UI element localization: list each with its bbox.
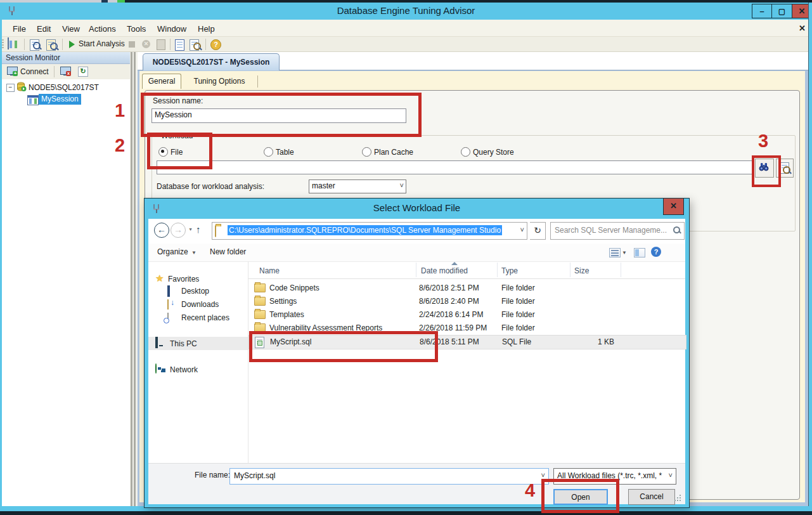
toolbar-grip: [2, 39, 4, 49]
menu-window[interactable]: Window: [153, 23, 190, 35]
sidebar-item-this-pc[interactable]: This PC: [170, 339, 197, 348]
column-date-modified[interactable]: Date modified: [421, 266, 468, 275]
column-type[interactable]: Type: [501, 266, 518, 275]
file-row[interactable]: Code Snippets 8/6/2018 2:51 PM File fold…: [248, 282, 685, 295]
menu-view[interactable]: View: [58, 23, 84, 35]
file-size: 1 KB: [575, 337, 614, 346]
tree-server-node[interactable]: NODE5\SQL2017ST: [29, 83, 99, 92]
radio-query-store[interactable]: [461, 147, 470, 157]
column-size[interactable]: Size: [574, 266, 589, 275]
menu-help[interactable]: Help: [194, 23, 219, 35]
toolbar-separator: [205, 39, 206, 50]
list-view-icon[interactable]: [609, 248, 621, 258]
toolbar-separator: [54, 66, 55, 77]
column-divider: [570, 263, 570, 277]
resize-grip[interactable]: [674, 494, 681, 502]
cancel-button[interactable]: Cancel: [628, 489, 675, 505]
column-divider: [416, 263, 416, 277]
collapse-icon[interactable]: [6, 84, 15, 92]
search-icon: [673, 226, 680, 233]
file-date: 8/6/2018 2:40 PM: [419, 297, 479, 306]
session-icon: [27, 95, 39, 105]
back-icon[interactable]: [154, 223, 169, 238]
tab-divider: [257, 75, 258, 88]
tree-session-node[interactable]: MySession: [39, 94, 81, 105]
database-analysis-select[interactable]: master: [309, 179, 406, 193]
dialog-title: Select Workload File: [145, 202, 689, 213]
organize-button[interactable]: Organize: [157, 247, 188, 256]
connect-button[interactable]: Connect: [20, 67, 49, 76]
preview-report-icon[interactable]: [189, 38, 202, 51]
menu-file[interactable]: File: [9, 23, 30, 35]
menu-edit[interactable]: Edit: [33, 23, 55, 35]
start-analysis-icon[interactable]: [69, 41, 75, 48]
column-name[interactable]: Name: [259, 266, 280, 275]
start-analysis-button[interactable]: Start Analysis: [79, 39, 125, 48]
dialog-command-bar: Organize New folder: [148, 244, 685, 262]
maximize-button[interactable]: [771, 4, 792, 18]
sort-ascending-icon: [451, 262, 458, 265]
tab-general[interactable]: General: [142, 74, 181, 89]
file-row[interactable]: Settings 8/6/2018 2:40 PM File folder: [248, 295, 685, 308]
workload-file-path-input[interactable]: [157, 160, 752, 174]
help-icon[interactable]: [210, 39, 221, 50]
radio-plan-cache-label[interactable]: Plan Cache: [374, 148, 413, 157]
sidebar-item-downloads[interactable]: Downloads: [181, 300, 219, 309]
menu-tools[interactable]: Tools: [123, 23, 150, 35]
file-name[interactable]: Settings: [269, 297, 297, 306]
search-input[interactable]: Search SQL Server Manageme...: [550, 222, 685, 240]
chevron-down-icon[interactable]: [188, 226, 193, 233]
sidebar-item-network[interactable]: Network: [170, 365, 198, 374]
refresh-icon[interactable]: [530, 222, 546, 240]
folder-icon: [254, 310, 266, 319]
recent-places-icon: [167, 313, 169, 322]
chevron-down-icon[interactable]: [541, 471, 545, 479]
column-header-row: Name Date modified Type Size: [248, 261, 685, 279]
radio-table[interactable]: [264, 147, 273, 157]
new-folder-button[interactable]: New folder: [210, 247, 246, 256]
open-workload-icon[interactable]: [46, 38, 58, 51]
sidebar-item-favorites[interactable]: Favorites: [168, 275, 199, 284]
sidebar-item-recent-places[interactable]: Recent places: [181, 313, 229, 322]
document-tab[interactable]: NODE5\SQL2017ST - MySession: [143, 53, 280, 70]
chevron-down-icon[interactable]: [669, 471, 673, 479]
open-session-icon[interactable]: [29, 38, 42, 51]
sidebar-item-desktop[interactable]: Desktop: [181, 287, 209, 296]
forward-icon: [171, 223, 186, 238]
radio-table-label[interactable]: Table: [276, 148, 294, 157]
preview-pane-icon[interactable]: [634, 248, 645, 258]
annotation-number-4: 4: [525, 480, 535, 501]
dialog-titlebar: Select Workload File: [145, 199, 689, 219]
address-path[interactable]: C:\Users\administrator.SQLREPRO\Document…: [228, 225, 502, 235]
file-name[interactable]: Templates: [269, 310, 304, 319]
chevron-down-icon[interactable]: [520, 226, 524, 233]
help-icon[interactable]: [651, 247, 661, 257]
dialog-close-button[interactable]: [663, 199, 684, 215]
radio-query-store-label[interactable]: Query Store: [473, 148, 514, 157]
menu-actions[interactable]: Actions: [85, 23, 120, 35]
annotation-box-5: [541, 479, 619, 513]
annotation-box-4: [249, 331, 438, 362]
panel-splitter[interactable]: [130, 52, 138, 506]
refresh-icon[interactable]: [78, 67, 88, 77]
address-bar[interactable]: C:\Users\administrator.SQLREPRO\Document…: [212, 222, 527, 240]
annotation-number-1: 1: [115, 100, 125, 121]
new-session-icon[interactable]: [8, 38, 20, 51]
minimize-button[interactable]: [752, 4, 772, 18]
network-icon: [155, 364, 157, 373]
annotation-box-3: [752, 155, 781, 187]
window-title: Database Engine Tuning Advisor: [0, 5, 812, 16]
sidebar-selected-row: [148, 337, 248, 350]
window-border: [0, 511, 812, 515]
file-name-value: MyScript.sql: [234, 471, 275, 480]
cancel-analysis-icon: [142, 40, 150, 48]
menubar-close-icon[interactable]: [799, 23, 806, 33]
file-name-input[interactable]: MyScript.sql: [229, 468, 549, 485]
tab-tuning-options[interactable]: Tuning Options: [183, 74, 256, 89]
radio-plan-cache[interactable]: [362, 147, 371, 157]
file-row[interactable]: Templates 2/24/2018 6:14 PM File folder: [248, 308, 685, 322]
import-options-icon[interactable]: [174, 38, 186, 51]
up-icon[interactable]: [196, 224, 201, 235]
file-name[interactable]: Code Snippets: [269, 284, 319, 292]
chevron-down-icon[interactable]: [622, 250, 627, 256]
